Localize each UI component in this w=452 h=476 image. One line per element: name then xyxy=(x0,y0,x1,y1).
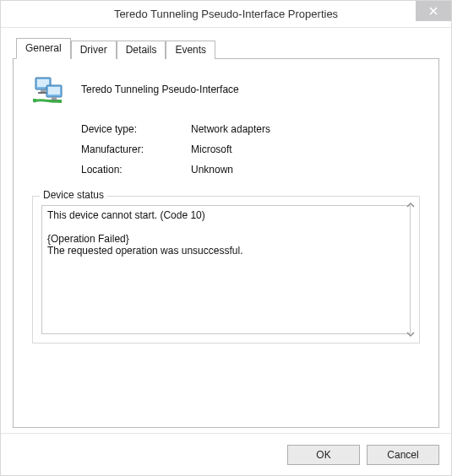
svg-rect-5 xyxy=(48,87,60,95)
tab-details[interactable]: Details xyxy=(117,41,166,59)
close-button[interactable] xyxy=(416,1,451,21)
dialog-title: Teredo Tunneling Pseudo-Interface Proper… xyxy=(114,8,338,20)
tab-general[interactable]: General xyxy=(16,38,71,59)
device-type-row: Device type: Network adapters xyxy=(81,123,420,135)
titlebar: Teredo Tunneling Pseudo-Interface Proper… xyxy=(1,1,451,28)
svg-rect-9 xyxy=(58,100,62,103)
location-value: Unknown xyxy=(191,164,233,176)
manufacturer-row: Manufacturer: Microsoft xyxy=(81,143,420,155)
svg-rect-8 xyxy=(33,99,36,102)
tab-driver[interactable]: Driver xyxy=(71,41,117,59)
device-info: Device type: Network adapters Manufactur… xyxy=(81,123,420,176)
device-header: Teredo Tunneling Pseudo-Interface xyxy=(32,73,420,106)
network-adapter-icon xyxy=(32,73,66,106)
properties-dialog: Teredo Tunneling Pseudo-Interface Proper… xyxy=(0,0,452,476)
tab-events[interactable]: Events xyxy=(166,41,215,59)
scroll-up-icon[interactable] xyxy=(404,198,417,212)
scroll-down-icon[interactable] xyxy=(404,327,417,341)
svg-rect-6 xyxy=(52,97,57,100)
device-status-text[interactable]: This device cannot start. (Code 10) {Ope… xyxy=(41,205,411,334)
location-label: Location: xyxy=(81,164,191,176)
tab-panel-general: Teredo Tunneling Pseudo-Interface Device… xyxy=(13,58,439,428)
device-type-value: Network adapters xyxy=(191,123,270,135)
tabstrip: General Driver Details Events xyxy=(13,40,439,59)
device-name: Teredo Tunneling Pseudo-Interface xyxy=(81,84,239,95)
dialog-content: General Driver Details Events xyxy=(1,28,451,433)
close-icon xyxy=(429,7,438,15)
device-type-label: Device type: xyxy=(81,123,191,135)
cancel-button[interactable]: Cancel xyxy=(367,445,439,465)
manufacturer-label: Manufacturer: xyxy=(81,143,191,155)
svg-rect-2 xyxy=(41,89,46,92)
device-status-group: Device status This device cannot start. … xyxy=(32,196,420,343)
location-row: Location: Unknown xyxy=(81,164,420,176)
manufacturer-value: Microsoft xyxy=(191,143,232,155)
device-status-legend: Device status xyxy=(40,189,107,201)
ok-button[interactable]: OK xyxy=(287,445,360,465)
dialog-buttons: OK Cancel xyxy=(1,433,451,475)
